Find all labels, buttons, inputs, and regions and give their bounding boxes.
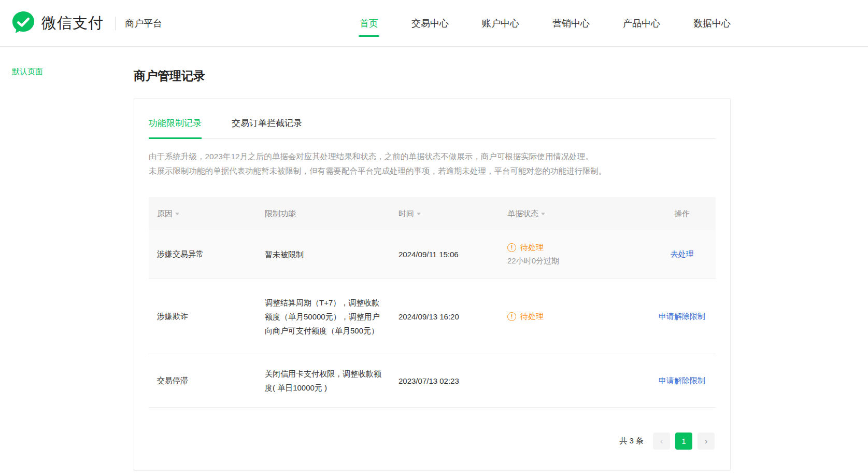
status-expiry-note: 22小时0分过期	[507, 256, 640, 266]
cell-reason: 涉嫌欺诈	[149, 299, 257, 334]
status-pending: 待处理	[507, 243, 640, 253]
pagination: 共 3 条 ‹ 1 ›	[149, 433, 716, 450]
status-text: 待处理	[520, 243, 544, 253]
notice-line-2: 未展示限制功能的单据代表功能暂未被限制，但有需要配合平台完成处理的事项，若逾期未…	[149, 164, 716, 178]
cell-status: 待处理	[499, 299, 648, 334]
cell-reason: 涉嫌交易异常	[149, 237, 257, 272]
header-divider	[115, 17, 116, 30]
cell-action: 申请解除限制	[648, 299, 716, 334]
sort-caret-icon	[175, 213, 179, 215]
column-header-status[interactable]: 单据状态	[499, 209, 648, 219]
wechat-pay-icon	[11, 10, 35, 36]
pagination-total: 共 3 条	[619, 436, 644, 446]
sidebar-item-default-page[interactable]: 默认页面	[0, 47, 120, 77]
table-row: 涉嫌交易异常 暂未被限制 2024/09/11 15:06 待处理 22小时0分…	[149, 230, 716, 279]
cell-action: 去处理	[648, 237, 716, 272]
column-header-restriction: 限制功能	[257, 209, 390, 219]
apply-remove-restriction-link[interactable]: 申请解除限制	[659, 312, 705, 320]
sort-caret-icon	[541, 213, 545, 215]
cell-status: 待处理 22小时0分过期	[499, 230, 648, 278]
tab-bar: 功能限制记录 交易订单拦截记录	[149, 99, 716, 139]
notice-line-1: 由于系统升级，2023年12月之后的单据会对应其处理结果和状态，之前的单据状态不…	[149, 149, 716, 164]
column-header-time[interactable]: 时间	[390, 209, 499, 219]
table-row: 涉嫌欺诈 调整结算周期（T+7），调整收款额度（单月50000元），调整用户向商…	[149, 279, 716, 354]
page-title: 商户管理记录	[134, 68, 731, 84]
brand-name: 微信支付	[41, 13, 104, 34]
pagination-page-1[interactable]: 1	[675, 433, 692, 450]
warning-circle-icon	[507, 243, 516, 252]
sort-caret-icon	[417, 213, 421, 215]
wechat-pay-logo: 微信支付	[11, 10, 104, 36]
cell-time: 2023/07/13 02:23	[390, 364, 499, 398]
column-header-action: 操作	[648, 209, 716, 219]
table-row: 交易停滞 关闭信用卡支付权限，调整收款额度( 单日10000元 ) 2023/0…	[149, 354, 716, 408]
tab-order-interception-records[interactable]: 交易订单拦截记录	[232, 117, 302, 138]
warning-circle-icon	[507, 312, 516, 321]
records-table: 原因 限制功能 时间 单据状态 操作 涉嫌交易异常 暂未被限制 2024/09/…	[149, 197, 716, 408]
pagination-prev-button[interactable]: ‹	[653, 433, 670, 450]
cell-time: 2024/09/11 15:06	[390, 238, 499, 271]
nav-item-transaction-center[interactable]: 交易中心	[410, 14, 450, 33]
cell-restriction: 调整结算周期（T+7），调整收款额度（单月50000元），调整用户向商户可支付额…	[257, 283, 390, 350]
cell-reason: 交易停滞	[149, 364, 257, 398]
nav-item-product-center[interactable]: 产品中心	[622, 14, 661, 33]
system-notice: 由于系统升级，2023年12月之后的单据会对应其处理结果和状态，之前的单据状态不…	[149, 149, 716, 178]
cell-status	[499, 368, 648, 393]
records-card: 功能限制记录 交易订单拦截记录 由于系统升级，2023年12月之后的单据会对应其…	[134, 98, 731, 471]
apply-remove-restriction-link[interactable]: 申请解除限制	[659, 376, 705, 385]
platform-name: 商户平台	[125, 17, 162, 30]
main-nav: 首页 交易中心 账户中心 营销中心 产品中心 数据中心	[359, 0, 732, 46]
nav-item-data-center[interactable]: 数据中心	[692, 14, 732, 33]
sidebar: 默认页面	[0, 47, 120, 474]
cell-action: 申请解除限制	[648, 364, 716, 398]
nav-item-account-center[interactable]: 账户中心	[481, 14, 520, 33]
main-content: 商户管理记录 功能限制记录 交易订单拦截记录 由于系统升级，2023年12月之后…	[134, 47, 731, 474]
table-header-row: 原因 限制功能 时间 单据状态 操作	[149, 197, 716, 230]
pagination-next-button[interactable]: ›	[698, 433, 715, 450]
go-handle-link[interactable]: 去处理	[671, 249, 694, 258]
nav-item-home[interactable]: 首页	[359, 14, 379, 33]
chevron-right-icon: ›	[705, 436, 708, 447]
top-header: 微信支付 商户平台 首页 交易中心 账户中心 营销中心 产品中心 数据中心	[0, 0, 868, 47]
nav-item-marketing-center[interactable]: 营销中心	[551, 14, 591, 33]
cell-restriction: 关闭信用卡支付权限，调整收款额度( 单日10000元 )	[257, 354, 390, 407]
tab-function-restriction-records[interactable]: 功能限制记录	[149, 117, 202, 138]
cell-time: 2024/09/13 16:20	[390, 300, 499, 333]
chevron-left-icon: ‹	[660, 436, 663, 447]
status-text: 待处理	[520, 312, 544, 322]
column-header-reason[interactable]: 原因	[149, 209, 257, 219]
status-pending: 待处理	[507, 312, 640, 322]
cell-restriction: 暂未被限制	[257, 235, 390, 274]
